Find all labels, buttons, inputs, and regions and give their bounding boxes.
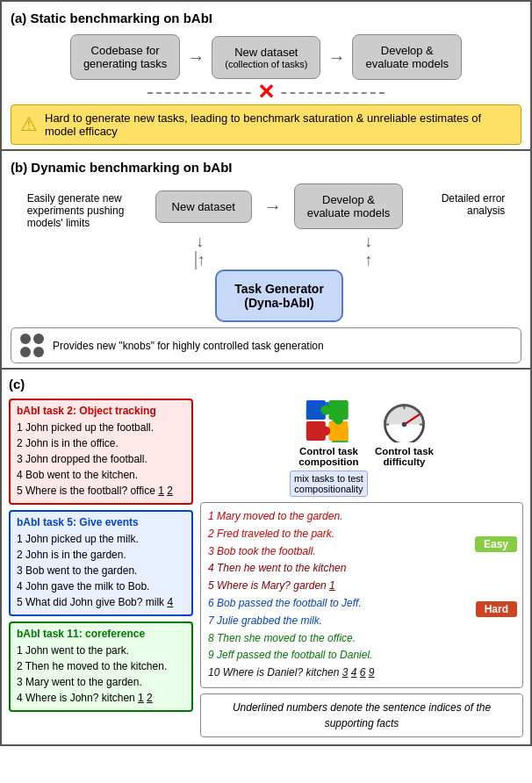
mixed-line-3: 3 Bob took the football.	[208, 543, 515, 561]
c-inner: bAbI task 2: Object tracking 1 John pick…	[9, 399, 523, 737]
task11-line2: 2 Then he moved to the kitchen.	[17, 658, 185, 674]
knob-4	[33, 347, 44, 357]
task5-ref1: 4	[167, 596, 173, 608]
c-left: bAbI task 2: Object tracking 1 John pick…	[9, 399, 193, 737]
knobs-icon	[20, 334, 44, 357]
task2-line5: 5 Where is the football? office 1 2	[17, 483, 185, 499]
easy-button[interactable]: Easy	[475, 536, 517, 552]
b-box-develop: Develop &evaluate models	[294, 183, 404, 229]
svg-point-6	[334, 415, 343, 425]
difficulty-control: Control taskdifficulty	[375, 399, 434, 467]
controls-row: Control taskcomposition mix tasks to tes…	[200, 399, 523, 497]
mixed-line-2: 2 Fred traveled to the park.	[208, 526, 515, 543]
main-container: (a) Static benchmarking on bAbI Codebase…	[0, 0, 532, 746]
task2-line4: 4 Bob went to the kitchen.	[17, 467, 185, 483]
knob-1	[20, 334, 31, 344]
section-b-title: (b) Dynamic benchmarking on bAbI	[11, 160, 521, 175]
knob-3	[20, 347, 31, 357]
task-gen-box: Task Generator(Dyna-bAbI)	[215, 269, 343, 322]
task11-ref2: 2	[147, 692, 153, 704]
note-box: Underlined numbers denote the sentence i…	[200, 693, 523, 737]
composition-sub: mix tasks to testcompositionality	[290, 471, 368, 497]
red-x-icon: ✕	[255, 80, 277, 104]
warning-text: Hard to generate new tasks, leading to b…	[45, 111, 512, 138]
task5-title: bAbI task 5: Give events	[17, 516, 185, 528]
mixed-line-4: 4 Then he went to the kitchen	[208, 560, 515, 578]
b-arrow: →	[264, 197, 282, 217]
mixed-line-6: 6 Bob passed the football to Jeff.	[208, 595, 515, 613]
mixed-line-5: 5 Where is Mary? garden 1	[208, 578, 515, 595]
note-text: Underlined numbers denote the sentence i…	[233, 701, 491, 729]
composition-control: Control taskcomposition mix tasks to tes…	[290, 399, 368, 497]
arrow-2: →	[327, 47, 345, 68]
b-right-text: Detailed error analysis	[417, 183, 505, 217]
warning-icon: ⚠	[20, 113, 38, 136]
mixed-line-9: 9 Jeff passed the football to Daniel.	[208, 647, 515, 664]
svg-point-7	[320, 426, 330, 435]
puzzle-icon	[305, 399, 353, 442]
mixed-task-area: 1 Mary moved to the garden. 2 Fred trave…	[200, 502, 523, 688]
gauge-icon	[380, 399, 428, 442]
task5-line2: 2 John is in the garden.	[17, 547, 185, 563]
knob-2	[33, 334, 44, 344]
arrow-up-right: ↑	[364, 251, 372, 269]
task2-line1: 1 John picked up the football.	[17, 420, 185, 435]
task11-title: bAbI task 11: coreference	[17, 628, 185, 640]
task5-line3: 3 Bob went to the garden.	[17, 563, 185, 578]
mixed-line-7: 7 Julie grabbed the milk.	[208, 613, 515, 630]
back-arrow-row: ✕	[11, 83, 521, 101]
box-new-dataset: New dataset(collection of tasks)	[212, 36, 320, 79]
task11-ref1: 1	[138, 692, 144, 704]
section-c: (c) bAbI task 2: Object tracking 1 John …	[2, 370, 530, 744]
task2-title: bAbI task 2: Object tracking	[17, 405, 185, 417]
task5-line1: 1 John picked up the milk.	[17, 531, 185, 547]
box-develop: Develop &evaluate models	[352, 34, 462, 80]
c-right: Control taskcomposition mix tasks to tes…	[200, 399, 523, 737]
section-b: (b) Dynamic benchmarking on bAbI Easily …	[2, 151, 530, 370]
section-a-flow: Codebase forgenerating tasks → New datas…	[11, 34, 521, 80]
box-codebase: Codebase forgenerating tasks	[70, 34, 180, 80]
section-a: (a) Static benchmarking on bAbI Codebase…	[2, 2, 530, 151]
mixed-line-8: 8 Then she moved to the office.	[208, 630, 515, 648]
difficulty-label: Control taskdifficulty	[375, 446, 434, 467]
task11-line3: 3 Mary went to the garden.	[17, 674, 185, 690]
b-box-new-dataset: New dataset	[155, 190, 252, 223]
section-c-title: (c)	[9, 377, 523, 392]
task-box-2: bAbI task 2: Object tracking 1 John pick…	[9, 399, 193, 505]
task5-line4: 4 John gave the milk to Bob.	[17, 578, 185, 594]
task2-line3: 3 John dropped the football.	[17, 451, 185, 467]
b-left-text: Easily generate new experiments pushing …	[27, 183, 141, 229]
arrow-up-left: ↑	[195, 251, 205, 269]
task2-ref2: 2	[167, 485, 173, 497]
svg-point-5	[320, 406, 330, 415]
task5-line5: 5 What did John give Bob? milk 4	[17, 594, 185, 610]
task-box-5: bAbI task 5: Give events 1 John picked u…	[9, 510, 193, 616]
task-box-11: bAbI task 11: coreference 1 John went to…	[9, 621, 193, 712]
hard-button[interactable]: Hard	[476, 601, 517, 617]
task11-line1: 1 John went to the park.	[17, 643, 185, 658]
arrow-down-right: ↓	[364, 233, 372, 251]
arrow-down-left: ↓	[196, 233, 204, 251]
svg-point-8	[334, 426, 343, 435]
arrow-1: →	[187, 47, 205, 68]
section-a-title: (a) Static benchmarking on bAbI	[11, 11, 521, 25]
task2-ref1: 1	[158, 485, 164, 497]
knobs-box: Provides new "knobs" for highly controll…	[11, 327, 521, 363]
warning-box: ⚠ Hard to generate new tasks, leading to…	[11, 104, 521, 145]
task11-line4: 4 Where is John? kitchen 1 2	[17, 690, 185, 706]
composition-label: Control taskcomposition	[298, 446, 358, 467]
task2-line2: 2 John is in the office.	[17, 435, 185, 451]
knobs-text: Provides new "knobs" for highly controll…	[53, 340, 324, 352]
svg-point-14	[402, 422, 407, 427]
mixed-line-1: 1 Mary moved to the garden.	[208, 508, 515, 526]
mixed-line-10: 10 Where is Daniel? kitchen 3 4 6 9	[208, 664, 515, 682]
